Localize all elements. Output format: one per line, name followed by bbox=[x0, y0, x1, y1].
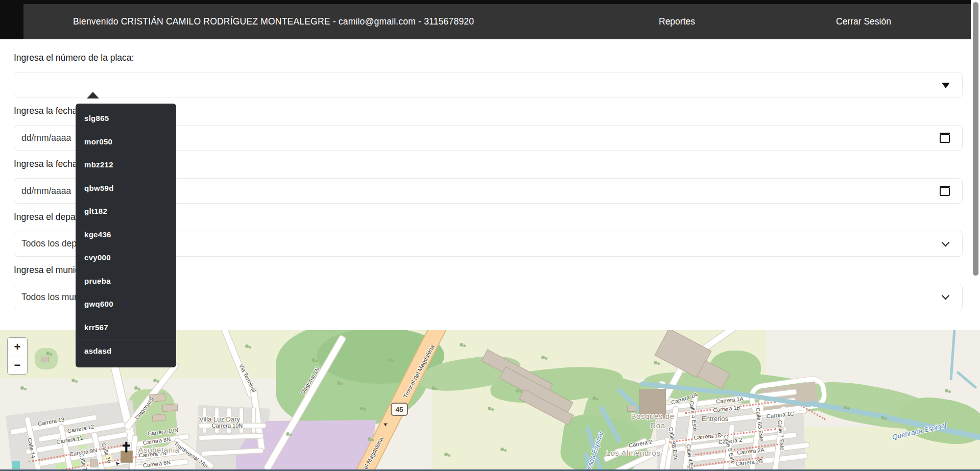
navbar-welcome-text: Bienvenido CRISTIÁN CAMILO RODRÍGUEZ MON… bbox=[73, 4, 474, 39]
scrollbar-thumb[interactable] bbox=[973, 2, 978, 276]
tree-icon bbox=[844, 406, 847, 409]
place-label: Asobetania bbox=[138, 445, 179, 454]
tree-icon bbox=[286, 432, 290, 436]
tree-icon bbox=[500, 448, 504, 451]
dropdown-item[interactable]: slg865 bbox=[76, 107, 176, 130]
dropdown-item[interactable]: asdasd bbox=[76, 339, 176, 362]
place-label: Villa Luz Dary bbox=[199, 415, 240, 423]
tree-icon bbox=[368, 437, 371, 441]
navbar: Bienvenido CRISTIÁN CAMILO RODRÍGUEZ MON… bbox=[0, 4, 971, 39]
tree-icon bbox=[360, 407, 364, 410]
tree-icon bbox=[71, 379, 75, 382]
dropdown-item[interactable]: qbw59d bbox=[76, 177, 176, 200]
place-label: Los Almendros bbox=[606, 449, 660, 457]
tree-icon bbox=[432, 386, 435, 390]
map-zone bbox=[12, 461, 20, 469]
map-building bbox=[627, 406, 636, 412]
tree-icon bbox=[312, 358, 315, 362]
dropdown-pointer bbox=[87, 92, 99, 98]
tree-icon bbox=[592, 396, 596, 400]
tree-icon bbox=[20, 386, 24, 390]
place-label: Roa bbox=[650, 421, 665, 430]
nav-link-cerrar-sesion[interactable]: Cerrar Sesión bbox=[836, 4, 891, 39]
dropdown-item[interactable]: kge436 bbox=[76, 223, 176, 246]
window-top-strip bbox=[0, 0, 971, 4]
church-icon: ✝ bbox=[121, 439, 132, 456]
date-end-placeholder: dd/mm/aaaa bbox=[21, 186, 71, 196]
highway-45-shield: 45 bbox=[391, 403, 408, 416]
tree-icon bbox=[245, 344, 249, 348]
plate-dropdown-list: slg865mor050mbz212qbw59dglt182kge436cvy0… bbox=[76, 104, 176, 367]
caret-down-icon bbox=[942, 83, 950, 88]
tree-icon bbox=[337, 381, 341, 385]
tree-icon bbox=[654, 361, 657, 364]
map-road bbox=[252, 408, 255, 433]
chevron-down-icon bbox=[942, 292, 950, 300]
navbar-left-block bbox=[0, 4, 23, 39]
map-building bbox=[152, 414, 165, 422]
plate-combobox[interactable] bbox=[14, 72, 963, 97]
map-zoom-control: + − bbox=[7, 337, 28, 375]
tree-icon bbox=[153, 379, 157, 382]
map-building bbox=[90, 459, 98, 467]
dropdown-item[interactable]: cvy000 bbox=[76, 246, 176, 269]
tree-icon bbox=[945, 389, 948, 392]
tree-icon bbox=[444, 453, 448, 456]
dropdown-item[interactable]: mor050 bbox=[76, 130, 176, 154]
place-label: Bosques de bbox=[631, 412, 674, 420]
chevron-down-icon bbox=[942, 239, 950, 247]
map-building bbox=[41, 357, 49, 362]
tree-icon bbox=[46, 352, 50, 355]
tree-icon bbox=[881, 416, 885, 419]
app-window: Bienvenido CRISTIÁN CAMILO RODRÍGUEZ MON… bbox=[0, 0, 980, 471]
zoom-in-button[interactable]: + bbox=[8, 338, 27, 356]
tree-icon bbox=[134, 386, 138, 390]
dropdown-item[interactable]: krr567 bbox=[76, 316, 176, 339]
calendar-icon[interactable] bbox=[940, 134, 950, 143]
map-building bbox=[162, 404, 178, 412]
nav-link-reportes[interactable]: Reportes bbox=[659, 4, 695, 39]
tree-icon bbox=[460, 343, 463, 346]
dropdown-item[interactable]: prueba bbox=[76, 269, 176, 293]
map-road bbox=[240, 408, 243, 433]
plate-label: Ingresa el número de la placa: bbox=[14, 53, 134, 63]
calendar-icon[interactable] bbox=[940, 187, 950, 196]
tree-icon bbox=[541, 356, 545, 359]
dropdown-item[interactable]: mbz212 bbox=[76, 153, 176, 177]
date-start-placeholder: dd/mm/aaaa bbox=[21, 133, 71, 143]
tree-icon bbox=[516, 389, 519, 392]
tree-icon bbox=[388, 358, 392, 362]
dropdown-item[interactable]: glt182 bbox=[76, 200, 176, 223]
place-label: Entrerios bbox=[702, 415, 728, 423]
tree-icon bbox=[488, 407, 491, 410]
zoom-out-button[interactable]: − bbox=[8, 356, 27, 374]
street-label: Carrera 10N bbox=[212, 423, 243, 429]
dropdown-item[interactable]: gwq600 bbox=[76, 292, 176, 316]
